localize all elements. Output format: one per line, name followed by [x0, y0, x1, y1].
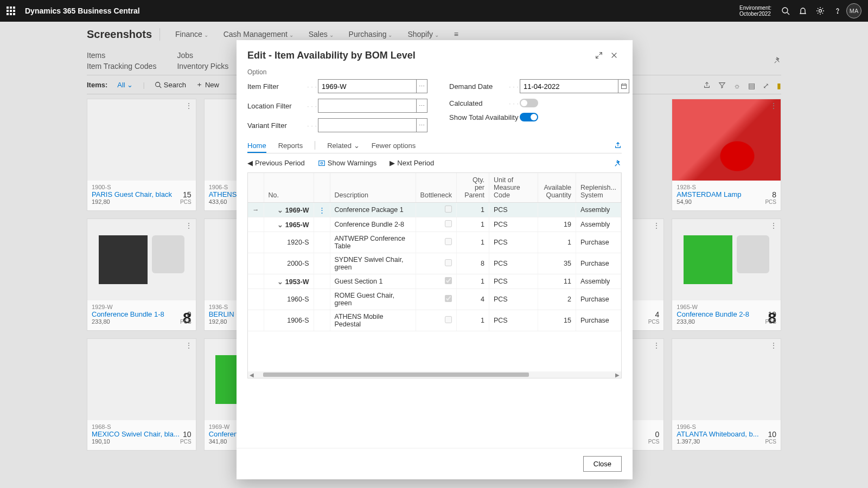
modal-share-icon[interactable] [614, 142, 622, 149]
table-row[interactable]: → ⌄ 1969-W ⋮ Conference Package 1 1 PCS … [248, 203, 621, 217]
row-menu-icon[interactable]: ⋮ [318, 207, 326, 214]
item-filter-input[interactable] [318, 79, 417, 93]
horizontal-scrollbar[interactable]: ◀▶ [248, 371, 621, 378]
demand-date-label: Demand Date [449, 82, 520, 91]
svg-rect-15 [319, 160, 325, 165]
bom-table: No. Description Bottleneck Qty. per Pare… [247, 172, 622, 378]
svg-point-16 [321, 162, 323, 164]
col-replenish[interactable]: Replenish... System [580, 184, 616, 199]
table-row[interactable]: ⌄ 1953-W Guest Section 1 1 PCS 11 Assemb… [248, 274, 621, 289]
bottleneck-checkbox [445, 206, 452, 213]
modal-tabs: Home Reports Related ⌄ Fewer options [247, 141, 622, 153]
tab-related[interactable]: Related ⌄ [327, 142, 359, 150]
col-available-qty[interactable]: Available Quantity [544, 184, 571, 199]
col-description[interactable]: Description [335, 191, 369, 199]
bottleneck-checkbox [445, 295, 452, 302]
tab-reports[interactable]: Reports [278, 142, 303, 150]
bottleneck-checkbox [445, 316, 452, 323]
location-filter-label: Location Filter [247, 102, 318, 110]
variant-filter-label: Variant Filter [247, 121, 318, 130]
bottleneck-checkbox [445, 220, 452, 227]
show-total-toggle[interactable] [520, 113, 538, 121]
svg-rect-11 [621, 84, 626, 88]
location-filter-input[interactable] [318, 99, 417, 113]
show-total-label: Show Total Availability [449, 113, 520, 121]
close-icon[interactable] [607, 48, 622, 63]
table-row[interactable]: 1920-S ANTWERP Conference Table 1 PCS 1 … [248, 232, 621, 253]
calendar-icon[interactable] [618, 79, 629, 93]
collapse-icon[interactable]: ⌄ [277, 221, 283, 229]
col-uom[interactable]: Unit of Measure Code [494, 176, 520, 199]
collapse-icon[interactable]: ⌄ [277, 207, 283, 214]
variant-filter-input[interactable] [318, 118, 417, 132]
variant-filter-lookup-icon[interactable]: ⋯ [417, 118, 427, 132]
svg-line-17 [615, 164, 617, 166]
tab-home[interactable]: Home [247, 142, 266, 153]
bottleneck-checkbox [445, 277, 452, 284]
close-button[interactable]: Close [583, 456, 622, 472]
calculated-label: Calculated [449, 99, 520, 107]
maximize-icon[interactable] [591, 48, 607, 63]
col-qty-per-parent[interactable]: Qty. per Parent [464, 176, 484, 199]
tab-fewer-options[interactable]: Fewer options [372, 142, 416, 150]
previous-period-button[interactable]: ◀ Previous Period [247, 159, 305, 167]
svg-line-7 [599, 53, 602, 55]
location-filter-lookup-icon[interactable]: ⋯ [417, 99, 427, 113]
collapse-icon[interactable]: ⌄ [277, 278, 283, 286]
col-no[interactable]: No. [269, 191, 279, 199]
bottleneck-checkbox [445, 238, 452, 245]
show-warnings-button[interactable]: Show Warnings [318, 159, 377, 167]
col-bottleneck[interactable]: Bottleneck [420, 191, 452, 199]
bom-availability-modal: Edit - Item Availability by BOM Level Op… [237, 40, 633, 479]
period-actions: ◀ Previous Period Show Warnings ▶ Next P… [247, 153, 622, 172]
bottleneck-checkbox [445, 259, 452, 266]
demand-date-input[interactable] [520, 79, 618, 93]
table-row[interactable]: 1960-S ROME Guest Chair, green 4 PCS 2 P… [248, 289, 621, 310]
item-filter-label: Item Filter [247, 82, 318, 91]
calculated-toggle[interactable] [520, 99, 538, 107]
table-row[interactable]: ⌄ 1965-W Conference Bundle 2-8 1 PCS 19 … [248, 217, 621, 232]
modal-title: Edit - Item Availability by BOM Level [247, 50, 416, 61]
table-row[interactable]: 2000-S SYDNEY Swivel Chair, green 8 PCS … [248, 253, 621, 274]
next-period-button[interactable]: ▶ Next Period [390, 159, 434, 167]
table-row[interactable]: 1906-S ATHENS Mobile Pedestal 1 PCS 15 P… [248, 310, 621, 331]
period-pin-icon[interactable] [614, 159, 622, 167]
option-section-label: Option [247, 68, 622, 76]
svg-line-8 [596, 56, 598, 58]
item-filter-lookup-icon[interactable]: ⋯ [417, 79, 427, 93]
